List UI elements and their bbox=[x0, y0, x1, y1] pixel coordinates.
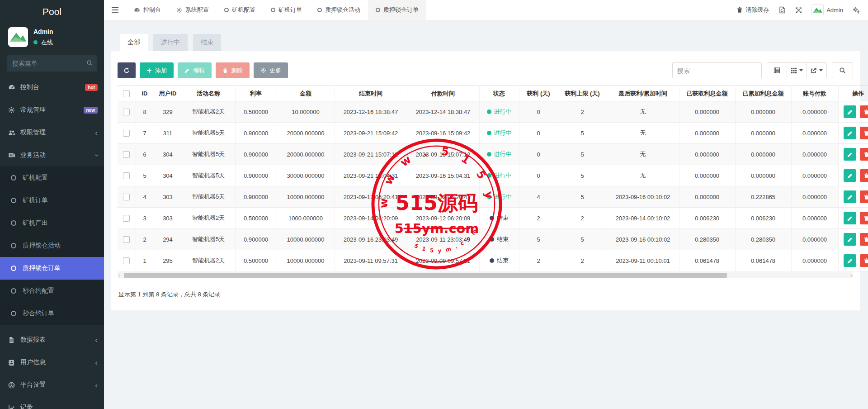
column-header[interactable]: 操作 bbox=[838, 86, 868, 101]
more-button[interactable]: 更多 bbox=[254, 62, 288, 78]
table-row[interactable]: 5304智能机器5天0.90000030000.0000002023-09-21… bbox=[118, 165, 868, 186]
column-header[interactable]: 最后获利/累加时间 bbox=[607, 86, 679, 101]
sidebar-item[interactable]: 控制台hot bbox=[0, 76, 104, 99]
column-header[interactable]: 利率 bbox=[235, 86, 277, 101]
sidebar-item[interactable]: 记录 bbox=[0, 396, 104, 409]
filter-tab[interactable]: 全部 bbox=[120, 34, 148, 51]
horizontal-scrollbar[interactable]: ‹ › bbox=[118, 272, 853, 278]
sidebar-subitem[interactable]: 秒合约订单 bbox=[0, 302, 104, 325]
column-header[interactable]: 状态 bbox=[479, 86, 519, 101]
sidebar-subitem[interactable]: 矿机产出 bbox=[0, 212, 104, 234]
scroll-left-arrow[interactable]: ‹ bbox=[118, 272, 120, 278]
select-all-checkbox[interactable] bbox=[123, 90, 130, 97]
refresh-page-icon[interactable] bbox=[778, 6, 786, 14]
status-cell: 进行中 bbox=[479, 186, 519, 208]
row-checkbox[interactable] bbox=[123, 109, 130, 115]
table-row[interactable]: 4303智能机器5天0.90000010000.0000002023-09-17… bbox=[118, 186, 868, 208]
cell-id: 5 bbox=[136, 165, 154, 186]
sidebar-item[interactable]: 数据报表‹ bbox=[0, 328, 104, 351]
row-delete-button[interactable] bbox=[860, 105, 868, 118]
column-header[interactable]: 已累加利息金额 bbox=[735, 86, 791, 101]
row-checkbox[interactable] bbox=[123, 151, 130, 158]
filter-tab[interactable]: 进行中 bbox=[153, 34, 188, 51]
topbar-tab[interactable]: 矿机订单 bbox=[263, 0, 310, 20]
column-header[interactable]: 获利上限 (天) bbox=[558, 86, 607, 101]
topbar-tab[interactable]: 控制台 bbox=[126, 0, 169, 20]
row-delete-button[interactable] bbox=[860, 254, 868, 267]
export-dropdown-button[interactable] bbox=[807, 63, 826, 78]
sidebar-item[interactable]: 常规管理new bbox=[0, 99, 104, 121]
sidebar-subitem[interactable]: 矿机配置 bbox=[0, 166, 104, 189]
table-row[interactable]: 7311智能机器5天0.90000020000.0000002023-09-21… bbox=[118, 123, 868, 144]
sidebar-search-input[interactable] bbox=[7, 55, 97, 71]
row-edit-button[interactable] bbox=[844, 105, 856, 118]
topbar-tab[interactable]: 系统配置 bbox=[169, 0, 217, 20]
row-checkbox[interactable] bbox=[123, 172, 130, 179]
row-delete-button[interactable] bbox=[860, 169, 868, 182]
row-delete-button[interactable] bbox=[860, 233, 868, 246]
filter-tab[interactable]: 结束 bbox=[193, 34, 221, 51]
search-icon[interactable] bbox=[86, 60, 93, 68]
column-header[interactable]: ID bbox=[136, 86, 154, 101]
column-header[interactable]: 用户ID bbox=[154, 86, 182, 101]
admin-menu[interactable]: Admin bbox=[811, 4, 843, 16]
topbar-tab[interactable]: 质押锁仓活动 bbox=[310, 0, 368, 20]
table-row[interactable]: 3303智能机器2天0.5000001000.0000002023-09-14 … bbox=[118, 208, 868, 229]
column-header[interactable]: 已获取利息金额 bbox=[679, 86, 735, 101]
sidebar-subitem[interactable]: 矿机订单 bbox=[0, 189, 104, 212]
row-edit-button[interactable] bbox=[844, 169, 856, 182]
table-search-button[interactable] bbox=[832, 62, 853, 78]
column-header[interactable]: 付款时间 bbox=[407, 86, 479, 101]
table-row[interactable]: 2294智能机器5天0.90000010000.0000002023-09-16… bbox=[118, 229, 868, 250]
scroll-right-arrow[interactable]: › bbox=[850, 272, 852, 278]
sidebar-item[interactable]: 权限管理‹ bbox=[0, 121, 104, 144]
row-checkbox[interactable] bbox=[123, 194, 130, 200]
row-edit-button[interactable] bbox=[844, 127, 856, 139]
sidebar-item[interactable]: 业务活动‹ bbox=[0, 144, 104, 166]
row-edit-button[interactable] bbox=[844, 254, 856, 267]
scrollbar-thumb[interactable] bbox=[124, 273, 727, 278]
column-header[interactable]: 获利 (天) bbox=[519, 86, 558, 101]
row-edit-button[interactable] bbox=[844, 233, 856, 246]
detail-view-button[interactable] bbox=[767, 63, 787, 78]
column-header[interactable]: 活动名称 bbox=[182, 86, 235, 101]
cell-earned_interest: 0.061478 bbox=[679, 250, 735, 271]
delete-button[interactable]: 删除 bbox=[216, 62, 250, 78]
row-delete-button[interactable] bbox=[860, 190, 868, 203]
row-delete-button[interactable] bbox=[860, 127, 868, 139]
column-header[interactable]: 金额 bbox=[277, 86, 335, 101]
table-row[interactable]: 1295智能机器2天0.50000010000.0000002023-09-11… bbox=[118, 250, 868, 271]
row-edit-button[interactable] bbox=[844, 190, 856, 203]
topbar-tab[interactable]: 矿机配置 bbox=[217, 0, 263, 20]
sidebar-subitem[interactable]: 秒合约配置 bbox=[0, 280, 104, 302]
row-checkbox[interactable] bbox=[123, 257, 130, 264]
sidebar-subitem[interactable]: 质押锁仓活动 bbox=[0, 234, 104, 257]
sidebar-item[interactable]: 平台设置‹ bbox=[0, 374, 104, 396]
fullscreen-icon[interactable] bbox=[795, 7, 802, 14]
cell-accumulated_interest: 0.000000 bbox=[735, 123, 791, 144]
table-row[interactable]: 6304智能机器5天0.90000020000.0000002023-09-21… bbox=[118, 144, 868, 165]
row-edit-button[interactable] bbox=[844, 148, 856, 161]
sidebar-subitem[interactable]: 质押锁仓订单 bbox=[0, 257, 104, 280]
edit-button[interactable]: 编辑 bbox=[178, 62, 212, 78]
clear-cache-button[interactable]: 清除缓存 bbox=[736, 6, 769, 14]
column-header[interactable]: 结束时间 bbox=[335, 86, 407, 101]
settings-gears-icon[interactable] bbox=[853, 6, 860, 14]
row-checkbox[interactable] bbox=[123, 130, 130, 137]
columns-dropdown-button[interactable] bbox=[787, 63, 807, 78]
add-button[interactable]: 添加 bbox=[140, 62, 174, 78]
row-checkbox[interactable] bbox=[123, 236, 130, 243]
table-row[interactable]: 8329智能机器2天0.50000010.0000002023-12-16 18… bbox=[118, 101, 868, 123]
sidebar-item[interactable]: 用户信息‹ bbox=[0, 351, 104, 374]
topbar-tab-label: 矿机配置 bbox=[232, 6, 255, 14]
row-checkbox[interactable] bbox=[123, 215, 130, 222]
table-search-input[interactable] bbox=[672, 62, 762, 78]
column-header[interactable]: 账号付款 bbox=[791, 86, 838, 101]
row-edit-button[interactable] bbox=[844, 212, 856, 224]
cell-amount: 10000.000000 bbox=[277, 186, 335, 208]
topbar-tab[interactable]: 质押锁仓订单 bbox=[368, 0, 426, 20]
hamburger-icon[interactable] bbox=[104, 0, 126, 20]
refresh-button[interactable] bbox=[118, 62, 136, 78]
row-delete-button[interactable] bbox=[860, 148, 868, 161]
row-delete-button[interactable] bbox=[860, 212, 868, 224]
